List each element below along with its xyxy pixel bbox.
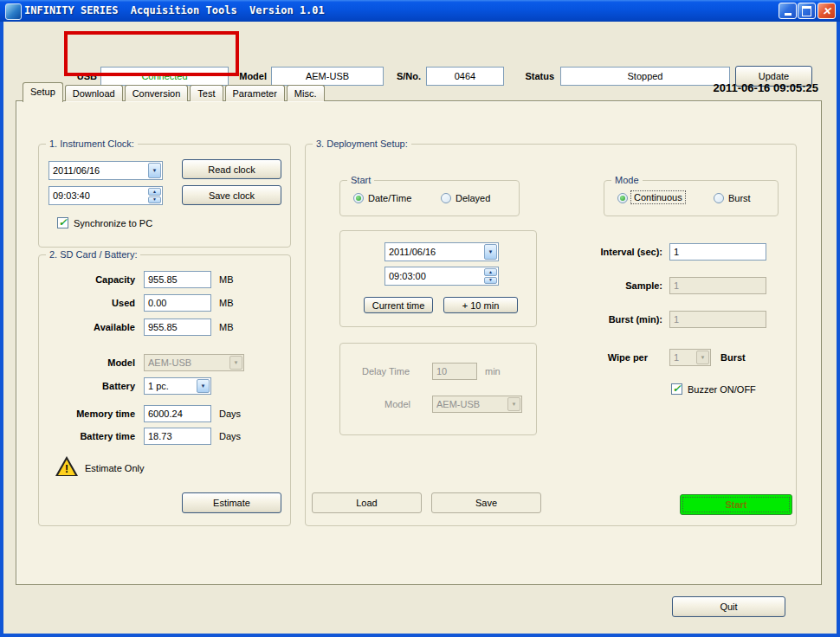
delay-model-combo: AEM-USB ▼ (432, 396, 522, 413)
dropdown-arrow-icon: ▼ (507, 397, 520, 411)
delay-time-label: Delay Time (362, 366, 410, 376)
deployment-title: 3. Deployment Setup: (313, 138, 411, 150)
interval-field[interactable]: 1 (669, 243, 766, 261)
sd-battery-title: 2. SD Card / Battery: (46, 248, 140, 261)
estimate-button[interactable]: Estimate (182, 492, 281, 513)
status-label: Status (516, 71, 554, 81)
mode-radio-group: Mode (604, 180, 779, 216)
battery-time-field[interactable]: 18.73 (144, 428, 211, 445)
dropdown-arrow-icon: ▼ (696, 351, 709, 364)
tab-download[interactable]: Download (65, 85, 123, 101)
close-icon: ✕ (822, 5, 830, 17)
dropdown-arrow-icon: ▼ (229, 356, 242, 370)
save-clock-button[interactable]: Save clock (182, 185, 281, 205)
dropdown-glyph: ▼ (234, 360, 239, 365)
continuous-radio[interactable] (617, 193, 628, 203)
dropdown-arrow-icon[interactable]: ▼ (197, 379, 210, 393)
check-icon: ✓ (58, 217, 67, 228)
titlebar[interactable]: INFINITY SERIES Acquisition Tools Versio… (0, 0, 840, 22)
used-field[interactable]: 0.00 (144, 294, 211, 312)
battery-time-label: Battery time (31, 431, 135, 441)
delay-time-unit: min (485, 366, 501, 376)
mode-group-title: Mode (611, 174, 643, 186)
model-value: AEM-USB (306, 71, 349, 81)
serial-label: S/No. (386, 71, 421, 81)
model-label: Model (230, 71, 267, 81)
dropdown-glyph: ▼ (488, 249, 494, 254)
clock-date-combo[interactable]: 2011/06/16 ▼ (48, 161, 163, 180)
battery-value: 1 pc. (148, 378, 195, 394)
delay-model-label: Model (384, 399, 410, 409)
datetime-display: 2011-06-16 09:05:25 (554, 81, 818, 94)
load-button[interactable]: Load (312, 492, 422, 513)
clock-date-value: 2011/06/16 (53, 162, 146, 179)
capacity-label: Capacity (31, 274, 135, 285)
read-clock-button[interactable]: Read clock (182, 159, 281, 179)
tab-conversion[interactable]: Conversion (125, 85, 189, 101)
capacity-unit: MB (219, 274, 234, 285)
serial-field[interactable]: 0464 (426, 67, 504, 86)
delay-box (339, 343, 537, 435)
battery-combo[interactable]: 1 pc. ▼ (144, 377, 211, 395)
tab-test[interactable]: Test (190, 85, 223, 101)
sync-pc-label: Synchronize to PC (74, 218, 152, 228)
delayed-radio[interactable] (441, 193, 451, 203)
spin-down-button[interactable]: ▼ (148, 196, 161, 204)
topbar: USB Connected Model AEM-USB S/No. 0464 S… (0, 26, 840, 74)
dropdown-glyph: ▼ (701, 355, 706, 360)
used-unit: MB (219, 298, 234, 308)
burst-min-value: 1 (674, 314, 679, 325)
spin-down-button[interactable]: ▼ (484, 277, 497, 285)
start-button[interactable]: Start (680, 494, 792, 515)
burst-radio[interactable] (714, 193, 724, 203)
status-value: Stopped (628, 71, 663, 81)
deploy-time-spinner[interactable]: 09:03:00 ▲ ▼ (384, 267, 499, 286)
spin-down-icon: ▼ (152, 197, 157, 202)
burst-radio-label: Burst (728, 193, 751, 203)
sd-model-combo: AEM-USB ▼ (144, 354, 244, 371)
clock-time-spinner[interactable]: 09:03:40 ▲ ▼ (48, 186, 163, 205)
clock-time-value: 09:03:40 (53, 187, 146, 204)
sample-label: Sample: (546, 280, 662, 291)
battery-label: Battery (31, 381, 135, 391)
usb-label: USB (68, 71, 97, 81)
deploy-date-value: 2011/06/16 (389, 243, 482, 261)
minimize-button[interactable] (779, 3, 797, 19)
deploy-date-combo[interactable]: 2011/06/16 ▼ (384, 242, 499, 261)
plus-10-min-button[interactable]: + 10 min (443, 297, 518, 313)
dropdown-arrow-icon[interactable]: ▼ (148, 163, 161, 178)
memory-time-value: 6000.24 (148, 409, 183, 419)
start-radio-group: Start (339, 180, 520, 216)
close-button[interactable]: ✕ (817, 3, 836, 19)
memory-time-field[interactable]: 6000.24 (144, 405, 211, 422)
clock-time-spin-buttons: ▲ ▼ (148, 188, 161, 203)
tab-setup[interactable]: Setup (23, 82, 63, 102)
current-time-button[interactable]: Current time (364, 297, 433, 313)
available-unit: MB (219, 322, 234, 332)
window-title: INFINITY SERIES Acquisition Tools Versio… (24, 0, 325, 22)
warning-icon: ! (55, 456, 78, 476)
usb-value: Connected (141, 71, 187, 81)
start-group-title: Start (347, 174, 374, 186)
spin-up-button[interactable]: ▲ (484, 268, 497, 276)
tab-strip: Setup Download Conversion Test Parameter… (23, 82, 326, 102)
capacity-field[interactable]: 955.85 (144, 271, 211, 288)
battery-time-value: 18.73 (148, 431, 172, 441)
spin-up-button[interactable]: ▲ (148, 188, 161, 196)
used-label: Used (31, 298, 135, 308)
wipe-per-combo: 1 ▼ (669, 349, 711, 366)
deploy-time-spin-buttons: ▲ ▼ (484, 268, 497, 284)
buzzer-checkbox[interactable]: ✓ (671, 383, 682, 395)
maximize-button[interactable] (798, 3, 816, 19)
tab-misc[interactable]: Misc. (287, 85, 325, 101)
tab-parameter[interactable]: Parameter (225, 85, 285, 101)
window-border-bottom (0, 634, 840, 637)
available-field[interactable]: 955.85 (144, 318, 211, 336)
maximize-icon (802, 6, 811, 16)
dropdown-arrow-icon[interactable]: ▼ (484, 244, 497, 260)
quit-button[interactable]: Quit (672, 596, 785, 617)
sync-pc-checkbox[interactable]: ✓ (57, 217, 68, 228)
save-button[interactable]: Save (431, 492, 541, 513)
datetime-radio[interactable] (353, 193, 364, 203)
burst-min-field: 1 (669, 311, 766, 328)
